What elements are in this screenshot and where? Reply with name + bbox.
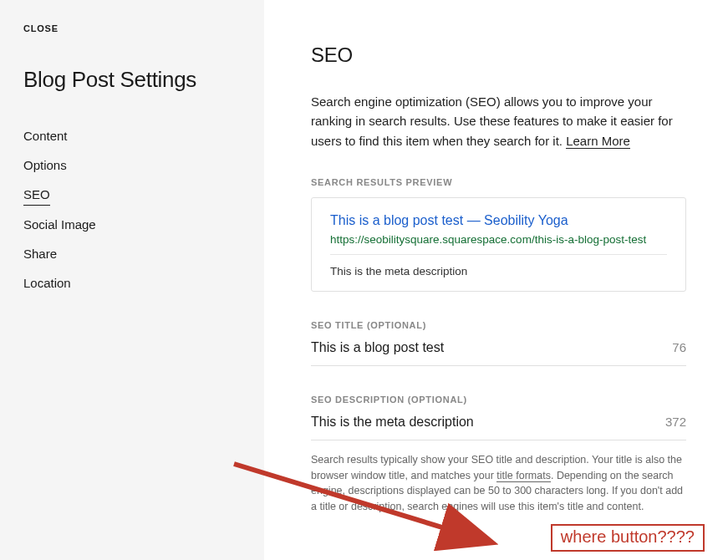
seo-desc-count: 372 <box>665 415 686 429</box>
nav-item-content[interactable]: Content <box>23 121 241 150</box>
seo-desc-label: SEO DESCRIPTION (OPTIONAL) <box>311 395 686 405</box>
close-button[interactable]: CLOSE <box>23 23 241 33</box>
preview-description: This is the meta description <box>330 265 667 277</box>
preview-title: This is a blog post test — Seobility Yog… <box>330 213 667 228</box>
search-preview-box: This is a blog post test — Seobility Yog… <box>311 197 686 292</box>
seo-title-label: SEO TITLE (OPTIONAL) <box>311 320 686 330</box>
preview-url: https://seobilitysquare.squarespace.com/… <box>330 233 667 246</box>
title-formats-link[interactable]: title formats <box>496 470 551 482</box>
section-heading: SEO <box>311 43 686 67</box>
learn-more-link[interactable]: Learn More <box>566 134 630 149</box>
nav-item-social-image[interactable]: Social Image <box>23 210 241 239</box>
nav-item-share[interactable]: Share <box>23 239 241 268</box>
preview-label: SEARCH RESULTS PREVIEW <box>311 177 686 187</box>
seo-title-value[interactable]: This is a blog post test <box>311 340 662 355</box>
panel-title: Blog Post Settings <box>23 67 241 93</box>
help-text: Search results typically show your SEO t… <box>311 452 686 515</box>
nav-item-seo[interactable]: SEO <box>23 180 50 206</box>
seo-title-field[interactable]: This is a blog post test 76 <box>311 340 686 366</box>
annotation-callout: where button???? <box>551 524 705 552</box>
intro-text: Search engine optimization (SEO) allows … <box>311 92 686 150</box>
seo-title-count: 76 <box>672 340 686 354</box>
nav-item-location[interactable]: Location <box>23 268 241 298</box>
nav-item-options[interactable]: Options <box>23 150 241 180</box>
preview-divider <box>330 254 667 255</box>
seo-desc-field[interactable]: This is the meta description 372 <box>311 415 686 440</box>
seo-desc-value[interactable]: This is the meta description <box>311 415 655 430</box>
